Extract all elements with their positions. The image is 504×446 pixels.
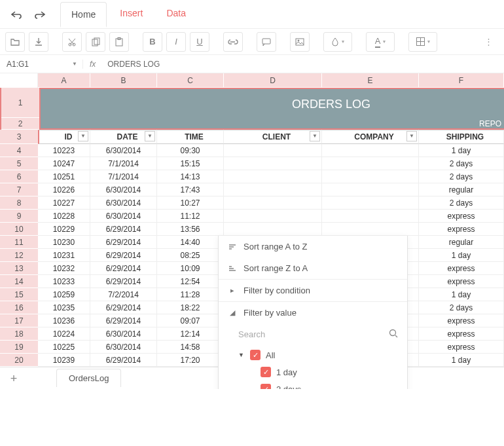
cell-time[interactable]: 10:27 (157, 196, 224, 210)
cell-time[interactable]: 11:28 (157, 288, 224, 301)
cell-id[interactable]: 10251 (38, 170, 90, 183)
cell-id[interactable]: 10236 (38, 314, 90, 327)
row-header[interactable]: 15 (0, 288, 38, 301)
cell-date[interactable]: 6/29/2014 (90, 314, 157, 327)
cell-date[interactable]: 6/29/2014 (90, 236, 157, 249)
cell-client[interactable] (224, 210, 322, 223)
cell-time[interactable]: 10:09 (157, 262, 224, 275)
cell-client[interactable] (224, 157, 322, 170)
cell-shipping[interactable]: 1 day (419, 144, 504, 157)
cell-shipping[interactable]: regular (419, 236, 504, 249)
cell-time[interactable]: 13:56 (157, 223, 224, 236)
cell-id[interactable]: 10228 (38, 210, 90, 223)
row-header[interactable]: 8 (0, 196, 38, 210)
cell-id[interactable]: 10239 (38, 354, 90, 367)
cell-ref-dropdown-icon[interactable]: ▼ (72, 61, 82, 67)
cell-time[interactable]: 08:25 (157, 249, 224, 262)
underline-button[interactable]: U (190, 32, 209, 52)
filter-button-company[interactable]: ▼ (406, 131, 417, 141)
cell-id[interactable]: 10223 (38, 144, 90, 157)
row-header[interactable]: 5 (0, 157, 38, 170)
header-cell-date[interactable]: DATE ▼ (90, 130, 157, 144)
cell-date[interactable]: 6/29/2014 (90, 275, 157, 288)
cell-company[interactable] (322, 157, 419, 170)
cell-company[interactable] (322, 144, 419, 157)
cell-company[interactable] (322, 223, 419, 236)
cell-client[interactable] (224, 183, 322, 196)
row-header-3[interactable]: 3 (0, 130, 38, 144)
cell-id[interactable]: 10232 (38, 262, 90, 275)
column-header-A[interactable]: A (38, 73, 90, 88)
cell-shipping[interactable]: 1 day (419, 354, 504, 367)
row-header[interactable]: 14 (0, 275, 38, 288)
fill-color-button[interactable]: ▾ (323, 32, 352, 52)
cell-client[interactable] (224, 223, 322, 236)
cell-time[interactable]: 18:22 (157, 301, 224, 314)
row-header[interactable]: 16 (0, 301, 38, 314)
checkbox-option-0[interactable]: ✓ (261, 367, 271, 377)
row-header[interactable]: 12 (0, 249, 38, 262)
cell-time[interactable]: 12:54 (157, 275, 224, 288)
cell-shipping[interactable]: regular (419, 183, 504, 196)
cell-date[interactable]: 6/30/2014 (90, 196, 157, 210)
open-folder-button[interactable] (5, 32, 25, 52)
redo-button[interactable] (30, 5, 50, 24)
cell-id[interactable]: 10231 (38, 249, 90, 262)
column-header-B[interactable]: B (90, 73, 157, 88)
row-header[interactable]: 19 (0, 341, 38, 354)
cell-time[interactable]: 14:40 (157, 236, 224, 249)
formula-value[interactable]: ORDERS LOG (102, 60, 504, 69)
comment-button[interactable] (257, 32, 276, 52)
more-button[interactable]: ⋮ (479, 32, 499, 52)
cell-id[interactable]: 10225 (38, 341, 90, 354)
cell-time[interactable]: 14:13 (157, 170, 224, 183)
cell-shipping[interactable]: express (419, 314, 504, 327)
cell-date[interactable]: 6/30/2014 (90, 327, 157, 341)
cell-id[interactable]: 10259 (38, 288, 90, 301)
filter-button-date[interactable]: ▼ (145, 131, 155, 141)
select-all-corner[interactable] (0, 73, 38, 88)
header-cell-time[interactable]: TIME (157, 130, 224, 144)
filter-all-node[interactable]: ▼ ✓ All (238, 346, 398, 363)
sheet-tab-orderslog[interactable]: OrdersLog (56, 369, 121, 387)
download-button[interactable] (29, 32, 48, 52)
column-header-E[interactable]: E (322, 73, 419, 88)
paste-button[interactable] (109, 32, 129, 52)
cell-id[interactable]: 10233 (38, 275, 90, 288)
cell-date[interactable]: 6/29/2014 (90, 223, 157, 236)
tab-insert[interactable]: Insert (109, 1, 153, 27)
column-header-C[interactable]: C (157, 73, 224, 88)
cell-shipping[interactable]: express (419, 262, 504, 275)
header-cell-id[interactable]: ID ▼ (38, 130, 90, 144)
filter-search-input[interactable] (238, 329, 389, 339)
copy-button[interactable] (86, 32, 105, 52)
filter-button-id[interactable]: ▼ (78, 131, 88, 141)
row-header[interactable]: 10 (0, 223, 38, 236)
subtitle-cell[interactable]: REPO (39, 118, 504, 130)
undo-button[interactable] (7, 5, 26, 24)
row-header[interactable]: 4 (0, 144, 38, 157)
column-header-F[interactable]: F (419, 73, 504, 88)
cell-time[interactable]: 09:30 (157, 144, 224, 157)
filter-condition-item[interactable]: ▸ Filter by condition (219, 280, 407, 302)
bold-button[interactable]: B (143, 32, 162, 52)
cell-company[interactable] (322, 170, 419, 183)
cell-shipping[interactable]: 2 days (419, 170, 504, 183)
row-header[interactable]: 6 (0, 170, 38, 183)
cell-company[interactable] (322, 183, 419, 196)
cell-client[interactable] (224, 144, 322, 157)
cell-id[interactable]: 10235 (38, 301, 90, 314)
cell-date[interactable]: 6/29/2014 (90, 301, 157, 314)
header-cell-client[interactable]: CLIENT ▼ (224, 130, 322, 144)
row-header[interactable]: 13 (0, 262, 38, 275)
cell-shipping[interactable]: express (419, 327, 504, 341)
cell-company[interactable] (322, 210, 419, 223)
row-header[interactable]: 9 (0, 210, 38, 223)
cell-client[interactable] (224, 196, 322, 210)
cell-id[interactable]: 10226 (38, 183, 90, 196)
cell-id[interactable]: 10230 (38, 236, 90, 249)
cell-shipping[interactable]: express (419, 341, 504, 354)
cell-date[interactable]: 7/1/2014 (90, 157, 157, 170)
cell-time[interactable]: 17:20 (157, 354, 224, 367)
checkbox-all[interactable]: ✓ (250, 350, 261, 360)
